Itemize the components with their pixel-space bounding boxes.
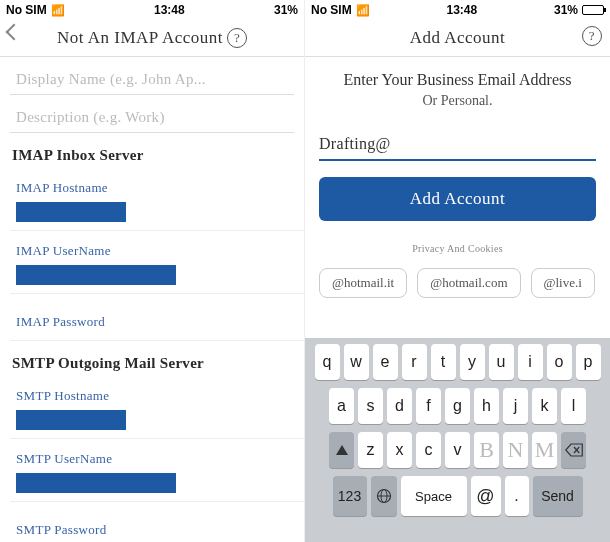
- key-l[interactable]: l: [561, 388, 586, 424]
- key-globe[interactable]: [371, 476, 397, 516]
- chevron-left-icon: [6, 24, 23, 41]
- domain-chip[interactable]: @hotmail.com: [417, 268, 520, 298]
- key-c[interactable]: c: [416, 432, 441, 468]
- imap-hostname-label: IMAP Hostname: [10, 168, 294, 200]
- smtp-hostname-label: SMTP Hostname: [10, 376, 294, 408]
- imap-username-label: IMAP UserName: [10, 231, 294, 263]
- smtp-username-field[interactable]: [16, 473, 176, 493]
- key-u[interactable]: u: [489, 344, 514, 380]
- wifi-icon: [356, 3, 370, 17]
- key-backspace[interactable]: [561, 432, 586, 468]
- domain-chip[interactable]: @live.i: [531, 268, 595, 298]
- key-at[interactable]: @: [471, 476, 501, 516]
- imap-username-field[interactable]: [16, 265, 176, 285]
- key-q[interactable]: q: [315, 344, 340, 380]
- key-numbers[interactable]: 123: [333, 476, 367, 516]
- domain-chip[interactable]: @hotmail.it: [319, 268, 407, 298]
- key-j[interactable]: j: [503, 388, 528, 424]
- key-b[interactable]: B: [474, 432, 499, 468]
- battery-pct: 31%: [554, 3, 578, 17]
- nav-bar: Not An IMAP Account ?: [0, 20, 304, 56]
- imap-section-header: IMAP Inbox Server: [10, 133, 294, 168]
- key-h[interactable]: h: [474, 388, 499, 424]
- key-v[interactable]: v: [445, 432, 470, 468]
- key-k[interactable]: k: [532, 388, 557, 424]
- key-s[interactable]: s: [358, 388, 383, 424]
- key-z[interactable]: z: [358, 432, 383, 468]
- key-n[interactable]: N: [503, 432, 528, 468]
- key-p[interactable]: p: [576, 344, 601, 380]
- key-space[interactable]: Space: [401, 476, 467, 516]
- key-g[interactable]: g: [445, 388, 470, 424]
- imap-password-label[interactable]: IMAP Password: [10, 294, 294, 340]
- description-field[interactable]: Description (e.g. Work): [10, 95, 294, 133]
- key-dot[interactable]: .: [505, 476, 529, 516]
- add-account-button[interactable]: Add Account: [319, 177, 596, 221]
- clock: 13:48: [154, 3, 185, 17]
- backspace-icon: [565, 443, 583, 457]
- battery-pct: 31%: [274, 3, 298, 17]
- key-m[interactable]: M: [532, 432, 557, 468]
- nav-title: Add Account: [410, 28, 506, 48]
- smtp-hostname-field[interactable]: [16, 410, 126, 430]
- key-send[interactable]: Send: [533, 476, 583, 516]
- key-e[interactable]: e: [373, 344, 398, 380]
- key-r[interactable]: r: [402, 344, 427, 380]
- key-o[interactable]: o: [547, 344, 572, 380]
- key-x[interactable]: x: [387, 432, 412, 468]
- keyboard: q w e r t y u i o p a s d f g h j k l: [305, 338, 610, 542]
- key-f[interactable]: f: [416, 388, 441, 424]
- nav-bar: Add Account ?: [305, 20, 610, 56]
- wifi-icon: [51, 3, 65, 17]
- smtp-section-header: SMTP Outgoing Mail Server: [10, 341, 294, 376]
- carrier-text: No SIM: [6, 3, 47, 17]
- globe-icon: [376, 488, 392, 504]
- smtp-username-label: SMTP UserName: [10, 439, 294, 471]
- email-input[interactable]: Drafting@: [319, 131, 596, 161]
- help-icon: ?: [582, 26, 602, 46]
- privacy-link[interactable]: Privacy And Cookies: [319, 243, 596, 254]
- imap-settings-screen: No SIM 13:48 31% Not An IMAP Account ? D…: [0, 0, 305, 542]
- status-bar: No SIM 13:48 31%: [305, 0, 610, 20]
- back-button[interactable]: [8, 26, 20, 38]
- key-t[interactable]: t: [431, 344, 456, 380]
- help-icon[interactable]: ?: [227, 28, 247, 48]
- imap-hostname-field[interactable]: [16, 202, 126, 222]
- clock: 13:48: [446, 3, 477, 17]
- carrier-text: No SIM: [311, 3, 352, 17]
- display-name-field[interactable]: Display Name (e.g. John Ap...: [10, 57, 294, 95]
- smtp-password-label[interactable]: SMTP Password: [10, 502, 294, 542]
- add-account-screen: No SIM 13:48 31% Add Account ? Enter You…: [305, 0, 610, 542]
- status-bar: No SIM 13:48 31%: [0, 0, 304, 20]
- key-shift[interactable]: [329, 432, 354, 468]
- key-a[interactable]: a: [329, 388, 354, 424]
- subheading: Or Personal.: [319, 93, 596, 109]
- battery-icon: [582, 5, 604, 15]
- key-w[interactable]: w: [344, 344, 369, 380]
- domain-chips: @hotmail.it @hotmail.com @live.i: [319, 268, 596, 298]
- key-y[interactable]: y: [460, 344, 485, 380]
- help-button[interactable]: ?: [582, 26, 602, 46]
- key-i[interactable]: i: [518, 344, 543, 380]
- heading: Enter Your Business Email Address: [319, 71, 596, 89]
- nav-title: Not An IMAP Account ?: [57, 28, 247, 48]
- key-d[interactable]: d: [387, 388, 412, 424]
